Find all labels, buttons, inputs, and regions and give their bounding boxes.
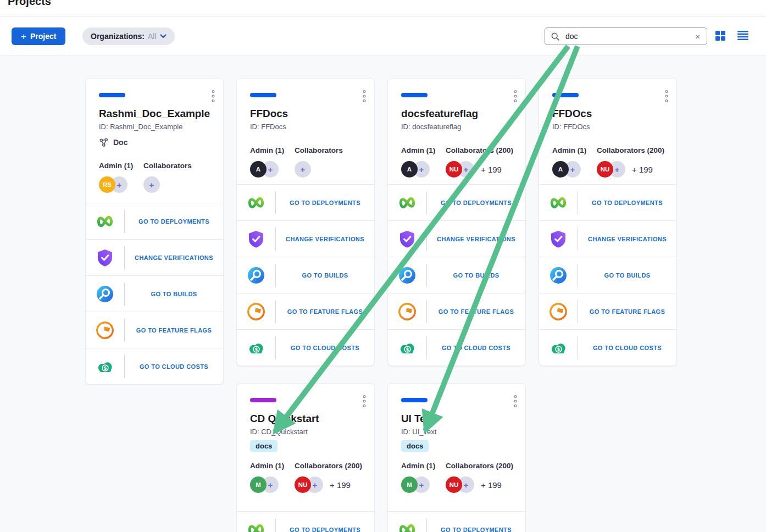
collaborators-extra-count: + 199 (330, 480, 351, 490)
chevron-down-icon (160, 34, 166, 38)
action-row-verifications[interactable]: CHANGE VERIFICATIONS (388, 220, 525, 257)
project-card[interactable]: UI Text ID: UI_Text docs Admin (1) M + C… (387, 383, 526, 532)
project-card[interactable]: docsfeatureflag ID: docsfeatureflag Admi… (387, 78, 526, 366)
action-row-builds[interactable]: GO TO BUILDS (237, 257, 374, 293)
action-row-deployments[interactable]: GO TO DEPLOYMENTS (388, 184, 525, 220)
action-row-cloud-costs[interactable]: GO TO CLOUD COSTS (539, 329, 676, 365)
page-title: Projects (8, 0, 51, 8)
go-to-deployments-link[interactable]: GO TO DEPLOYMENTS (276, 199, 374, 206)
action-row-cloud-costs[interactable]: GO TO CLOUD COSTS (388, 329, 525, 365)
admin-label: Admin (1) (99, 162, 143, 170)
go-to-feature-flags-link[interactable]: GO TO FEATURE FLAGS (125, 327, 223, 334)
go-to-builds-link[interactable]: GO TO BUILDS (427, 272, 525, 279)
collaborators-column: Collaborators (200) NU + + 199 (295, 462, 362, 493)
action-row-cloud-costs[interactable]: GO TO CLOUD COSTS (86, 348, 223, 384)
action-row-deployments[interactable]: GO TO DEPLOYMENTS (86, 203, 223, 239)
go-to-deployments-link[interactable]: GO TO DEPLOYMENTS (427, 527, 525, 532)
cloud-costs-icon (398, 341, 417, 355)
project-tag-row: Doc (99, 137, 210, 147)
collaborators-column: Collaborators + (295, 146, 361, 178)
three-dots-icon (211, 90, 215, 103)
go-to-builds-link[interactable]: GO TO BUILDS (578, 272, 676, 279)
action-row-feature-flags[interactable]: GO TO FEATURE FLAGS (86, 312, 223, 348)
project-id: ID: FFDocs (250, 123, 361, 131)
verifications-icon (549, 230, 567, 248)
action-row-verifications[interactable]: CHANGE VERIFICATIONS (237, 220, 374, 257)
action-row-deployments[interactable]: GO TO DEPLOYMENTS (539, 184, 676, 220)
project-card[interactable]: CD Quickstart ID: CD_Quickstart docs Adm… (236, 383, 375, 532)
kebab-menu-button[interactable] (662, 87, 671, 107)
action-row-builds[interactable]: GO TO BUILDS (388, 257, 525, 293)
go-to-builds-link[interactable]: GO TO BUILDS (276, 272, 374, 279)
org-filter-dropdown[interactable]: Organizations: All (82, 27, 175, 45)
project-title: FFDOcs (552, 108, 663, 120)
go-to-cloud-costs-link[interactable]: GO TO CLOUD COSTS (125, 363, 223, 370)
kebab-menu-button[interactable] (209, 87, 218, 107)
project-accent-bar (401, 93, 428, 97)
add-collaborator-button[interactable]: + (143, 176, 160, 193)
card-actions: GO TO DEPLOYMENTS (388, 511, 525, 532)
kebab-menu-button[interactable] (511, 87, 520, 107)
change-verifications-link[interactable]: CHANGE VERIFICATIONS (578, 236, 676, 242)
go-to-deployments-link[interactable]: GO TO DEPLOYMENTS (427, 199, 525, 206)
collaborators-label: Collaborators (295, 146, 361, 154)
collaborators-extra-count: + 199 (481, 165, 502, 174)
clear-search-button[interactable]: × (694, 31, 701, 42)
go-to-feature-flags-link[interactable]: GO TO FEATURE FLAGS (427, 308, 525, 315)
search-input[interactable] (564, 31, 690, 41)
action-row-feature-flags[interactable]: GO TO FEATURE FLAGS (388, 293, 525, 329)
grid-view-button[interactable] (715, 31, 726, 42)
list-view-button[interactable] (737, 31, 748, 42)
admin-column: Admin (1) M + (250, 462, 295, 493)
action-row-builds[interactable]: GO TO BUILDS (86, 275, 223, 312)
go-to-cloud-costs-link[interactable]: GO TO CLOUD COSTS (276, 345, 374, 351)
go-to-cloud-costs-link[interactable]: GO TO CLOUD COSTS (427, 345, 525, 351)
admin-column: Admin (1) RS + (99, 162, 143, 193)
action-row-deployments[interactable]: GO TO DEPLOYMENTS (388, 511, 525, 532)
admin-column: Admin (1) A + (401, 146, 446, 178)
go-to-builds-link[interactable]: GO TO BUILDS (125, 291, 223, 297)
go-to-deployments-link[interactable]: GO TO DEPLOYMENTS (276, 527, 374, 532)
card-head: docsfeatureflag ID: docsfeatureflag (388, 79, 525, 131)
kebab-menu-button[interactable] (360, 87, 369, 107)
kebab-menu-button[interactable] (360, 392, 369, 412)
change-verifications-link[interactable]: CHANGE VERIFICATIONS (276, 236, 374, 242)
go-to-deployments-link[interactable]: GO TO DEPLOYMENTS (578, 199, 676, 206)
card-actions: GO TO DEPLOYMENTS CHANGE VERIFICATIONS G… (86, 203, 223, 384)
action-row-feature-flags[interactable]: GO TO FEATURE FLAGS (237, 293, 374, 329)
project-card[interactable]: Rashmi_Doc_Example ID: Rashmi_Doc_Exampl… (85, 78, 224, 385)
action-row-feature-flags[interactable]: GO TO FEATURE FLAGS (539, 293, 676, 329)
deployments-icon (95, 214, 115, 229)
action-row-builds[interactable]: GO TO BUILDS (539, 257, 676, 293)
card-head: CD Quickstart ID: CD_Quickstart docs (237, 384, 374, 452)
go-to-cloud-costs-link[interactable]: GO TO CLOUD COSTS (578, 345, 676, 351)
kebab-menu-button[interactable] (511, 392, 520, 412)
add-collaborator-button[interactable]: + (295, 161, 311, 178)
project-card[interactable]: FFDocs ID: FFDocs Admin (1) A + Collabor… (236, 78, 375, 366)
project-tag-chip: docs (250, 440, 277, 452)
collaborator-avatar: NU (446, 476, 462, 493)
action-row-deployments[interactable]: GO TO DEPLOYMENTS (237, 511, 374, 532)
go-to-deployments-link[interactable]: GO TO DEPLOYMENTS (125, 218, 223, 225)
new-project-button[interactable]: + Project (12, 27, 65, 45)
go-to-feature-flags-link[interactable]: GO TO FEATURE FLAGS (276, 308, 374, 315)
cloud-costs-icon (549, 341, 568, 355)
members-section: Admin (1) A + Collaborators (200) NU + +… (539, 146, 676, 178)
collaborators-extra-count: + 199 (481, 480, 502, 490)
card-actions: GO TO DEPLOYMENTS CHANGE VERIFICATIONS G… (237, 184, 374, 365)
collaborators-column: Collaborators (200) NU + + 199 (597, 146, 664, 178)
action-row-verifications[interactable]: CHANGE VERIFICATIONS (539, 220, 676, 257)
project-accent-bar (250, 398, 276, 402)
go-to-feature-flags-link[interactable]: GO TO FEATURE FLAGS (578, 308, 676, 315)
cloud-costs-icon (247, 341, 265, 355)
action-row-cloud-costs[interactable]: GO TO CLOUD COSTS (237, 329, 374, 365)
action-row-verifications[interactable]: CHANGE VERIFICATIONS (86, 239, 223, 275)
action-row-deployments[interactable]: GO TO DEPLOYMENTS (237, 184, 374, 220)
change-verifications-link[interactable]: CHANGE VERIFICATIONS (427, 236, 525, 242)
collaborators-column: Collaborators (200) NU + + 199 (446, 462, 513, 493)
change-verifications-link[interactable]: CHANGE VERIFICATIONS (125, 254, 223, 261)
project-card[interactable]: FFDOcs ID: FFDOcs Admin (1) A + Collabor… (539, 78, 677, 366)
collaborators-label: Collaborators (200) (597, 146, 664, 154)
builds-icon (96, 285, 114, 303)
builds-icon (549, 267, 567, 284)
